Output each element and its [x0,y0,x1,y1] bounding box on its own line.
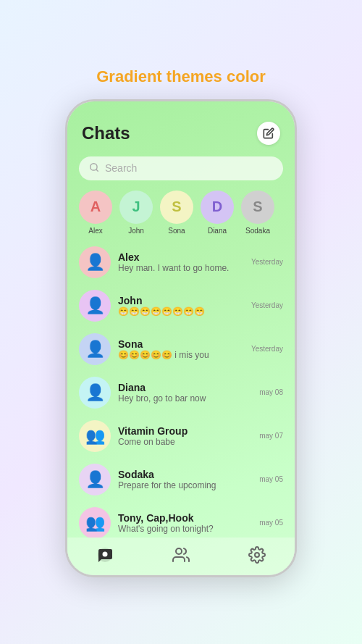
chat-name: Sona [118,338,244,350]
chat-body: Vitamin Group Come on babe [118,425,252,447]
chat-avatar: 👥 [79,507,111,538]
search-icon [89,162,99,175]
sona-story[interactable]: S Sona [160,191,193,235]
page-title: Gradient themes color [96,67,266,86]
svg-point-3 [103,551,108,556]
alex-story[interactable]: A Alex [79,191,112,235]
chat-time: may 05 [259,519,283,527]
story-name: Diana [208,227,227,235]
nav-contacts-button[interactable] [171,545,191,565]
chat-name: Sodaka [118,469,252,480]
chat-time: Yesterday [251,301,283,309]
chat-list: 👤 Alex Hey man. I want to go home. Yeste… [67,241,295,538]
chat-time: may 05 [259,475,283,483]
chat-preview: Hey bro, go to bar now [118,393,234,403]
chat-avatar: 👤 [79,464,111,495]
alex-chat[interactable]: 👤 Alex Hey man. I want to go home. Yeste… [75,241,287,284]
chat-preview: Prepare for the upcoming [118,480,234,490]
chat-body: Diana Hey bro, go to bar now [118,382,252,403]
chat-avatar: 👤 [79,333,111,365]
chat-time: Yesterday [251,345,283,353]
chat-name: John [118,295,244,306]
chat-avatar: 👤 [79,377,111,409]
chat-avatar: 👤 [79,246,111,278]
chat-preview: Come on babe [118,437,234,447]
chat-body: Sona 😊😊😊😊😊 i mis you [118,338,244,360]
svg-line-1 [96,169,98,171]
screen: Chats Search A Alex J John S [67,101,295,575]
chat-time: Yesterday [251,258,283,266]
chat-time: may 07 [259,432,283,440]
edit-button[interactable] [257,122,280,145]
story-avatar: J [119,191,153,224]
search-bar[interactable]: Search [79,156,283,180]
bottom-nav [67,538,295,575]
diana-story[interactable]: D Diana [201,191,234,235]
chat-body: Alex Hey man. I want to go home. [118,251,244,273]
chat-name: Vitamin Group [118,425,252,437]
story-avatar: S [160,191,193,224]
search-placeholder: Search [105,162,137,174]
story-name: John [128,227,144,235]
john-chat[interactable]: 👤 John 😁😁😁😁😁😁😁😁 Yesterday [75,284,287,327]
chat-preview: Hey man. I want to go home. [118,263,234,273]
chat-body: Sodaka Prepare for the upcoming [118,469,252,490]
chat-preview: 😊😊😊😊😊 i mis you [118,350,234,360]
header: Chats [67,101,295,152]
chat-name: Tony, Cap,Hook [118,512,252,524]
tony-chat[interactable]: 👥 Tony, Cap,Hook What's going on tonight… [75,501,287,538]
sodaka-story[interactable]: S Sodaka [241,191,274,235]
chat-preview: What's going on tonight? [118,524,234,534]
chat-time: may 08 [259,388,283,396]
chat-avatar: 👥 [79,420,111,452]
vitamin-chat[interactable]: 👥 Vitamin Group Come on babe may 07 [75,414,287,458]
nav-chats-button[interactable] [95,545,115,565]
chat-name: Diana [118,382,252,393]
story-name: Alex [88,227,102,235]
story-name: Sona [168,227,185,235]
john-story[interactable]: J John [119,191,153,235]
chats-title: Chats [82,123,130,143]
diana-chat[interactable]: 👤 Diana Hey bro, go to bar now may 08 [75,371,287,414]
svg-point-4 [176,548,182,554]
phone-shell: Chats Search A Alex J John S [65,99,297,577]
chat-avatar: 👤 [79,290,111,322]
story-row: A Alex J John S Sona D Diana S Sodaka [67,188,295,241]
chat-body: John 😁😁😁😁😁😁😁😁 [118,295,244,317]
nav-settings-button[interactable] [247,545,267,565]
story-avatar: A [79,191,112,224]
story-avatar: S [241,191,274,224]
story-name: Sodaka [245,227,270,235]
chat-preview: 😁😁😁😁😁😁😁😁 [118,306,234,317]
chat-body: Tony, Cap,Hook What's going on tonight? [118,512,252,534]
story-avatar: D [201,191,234,224]
sona-chat[interactable]: 👤 Sona 😊😊😊😊😊 i mis you Yesterday [75,327,287,371]
sodaka-chat[interactable]: 👤 Sodaka Prepare for the upcoming may 05 [75,458,287,501]
chat-name: Alex [118,251,244,263]
svg-point-5 [255,553,259,557]
